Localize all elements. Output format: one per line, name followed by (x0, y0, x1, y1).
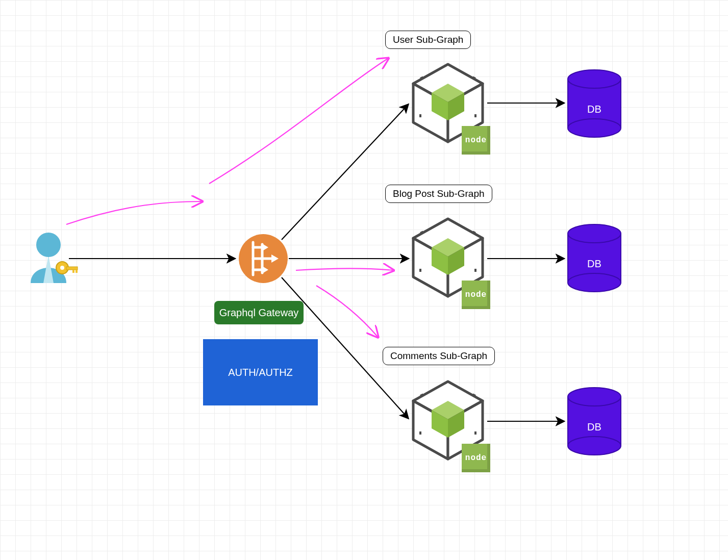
auth-box: AUTH/AUTHZ (203, 339, 318, 405)
gateway-label: Graphql Gateway (214, 301, 304, 324)
db-label: DB (566, 104, 622, 115)
user-subgraph-label: User Sub-Graph (385, 31, 471, 49)
node-badge: node (462, 126, 490, 155)
arrow-gateway-to-user-subgraph (282, 105, 408, 240)
db-user: DB (566, 69, 622, 138)
diagram-canvas: Graphql Gateway AUTH/AUTHZ Us (0, 0, 728, 560)
node-badge: node (462, 281, 490, 309)
node-badge: node (462, 444, 490, 472)
comments-subgraph-label: Comments Sub-Graph (383, 347, 495, 365)
db-label: DB (566, 421, 622, 433)
svg-point-2 (60, 266, 64, 270)
gateway-icon (238, 233, 289, 284)
freehand-arrow-2 (209, 59, 388, 184)
svg-point-0 (36, 233, 61, 257)
freehand-arrow-1 (66, 201, 202, 224)
svg-rect-5 (76, 270, 78, 273)
svg-rect-4 (72, 270, 74, 273)
db-blog: DB (566, 223, 622, 293)
user-icon (20, 227, 77, 288)
db-label: DB (566, 258, 622, 270)
blogpost-subgraph-label: Blog Post Sub-Graph (385, 185, 492, 203)
freehand-arrow-4 (316, 286, 378, 337)
freehand-arrow-3 (296, 268, 393, 270)
db-comments: DB (566, 387, 622, 456)
svg-rect-3 (66, 267, 78, 270)
